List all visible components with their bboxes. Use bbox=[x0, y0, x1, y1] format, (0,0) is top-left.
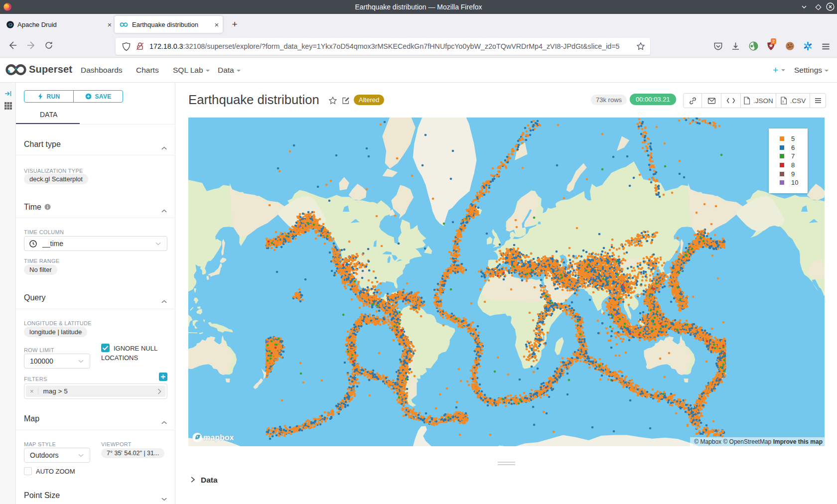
svg-text:x: x bbox=[782, 100, 784, 103]
svg-text:mapbox: mapbox bbox=[203, 433, 234, 442]
